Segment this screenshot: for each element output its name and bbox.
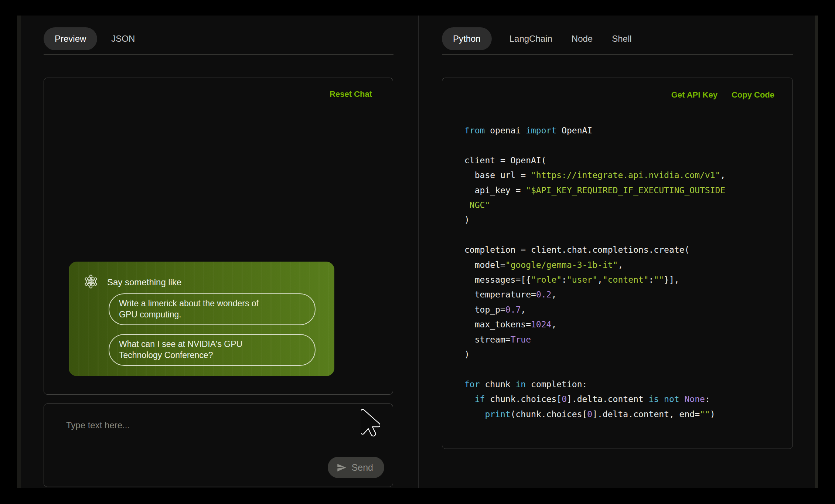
tab-python[interactable]: Python bbox=[442, 27, 492, 50]
tab-langchain[interactable]: LangChain bbox=[508, 27, 554, 50]
send-icon bbox=[337, 463, 347, 473]
code-line: model="google/gemma-3-1b-it", bbox=[464, 258, 725, 272]
molecule-icon bbox=[84, 274, 98, 289]
suggestion-list: Write a limerick about the wonders of GP… bbox=[109, 293, 316, 366]
code-line: base_url = "https://integrate.api.nvidia… bbox=[464, 168, 725, 183]
code-line: top_p=0.7, bbox=[464, 302, 725, 317]
code-line: print(chunk.choices[0].delta.content, en… bbox=[464, 407, 725, 422]
message-composer: Send bbox=[44, 403, 393, 487]
code-sample-panel: Get API Key Copy Code from openai import… bbox=[442, 78, 793, 449]
playground-screen: PreviewJSON PythonLangChainNodeShell Res… bbox=[0, 0, 835, 504]
code-line: for chunk in completion: bbox=[464, 377, 725, 392]
preview-tab-bar: PreviewJSON bbox=[44, 27, 136, 50]
code-line: stream=True bbox=[464, 332, 725, 347]
reset-chat-button[interactable]: Reset Chat bbox=[327, 89, 374, 99]
tab-preview[interactable]: Preview bbox=[44, 27, 97, 50]
code-line: from openai import OpenAI bbox=[464, 123, 725, 138]
bubble-title: Say something like bbox=[107, 277, 181, 287]
suggestion-button-1[interactable]: Write a limerick about the wonders of GP… bbox=[109, 293, 316, 325]
code-line: client = OpenAI( bbox=[464, 153, 725, 168]
code-line: ) bbox=[464, 212, 725, 227]
assistant-message-bubble: Say something like Write a limerick abou… bbox=[69, 262, 334, 376]
preview-tab-divider bbox=[44, 54, 393, 55]
code-line: max_tokens=1024, bbox=[464, 317, 725, 332]
code-line: ) bbox=[464, 347, 725, 362]
right-scrollbar[interactable] bbox=[815, 16, 818, 488]
send-button[interactable]: Send bbox=[328, 457, 384, 478]
tab-shell[interactable]: Shell bbox=[610, 27, 633, 50]
code-line bbox=[464, 228, 725, 242]
content-area: PreviewJSON PythonLangChainNodeShell Res… bbox=[17, 16, 818, 488]
tab-json[interactable]: JSON bbox=[110, 27, 136, 50]
chat-preview-panel: Reset Chat Say something like Wri bbox=[44, 78, 393, 395]
code-panel-links: Get API Key Copy Code bbox=[671, 90, 774, 100]
suggestion-button-2[interactable]: What can I see at NVIDIA's GPU Technolog… bbox=[109, 334, 316, 366]
code-line: if chunk.choices[0].delta.content is not… bbox=[464, 392, 725, 406]
code-line: _NGC" bbox=[464, 198, 725, 212]
code-line: api_key = "$API_KEY_REQUIRED_IF_EXECUTIN… bbox=[464, 183, 725, 198]
code-line bbox=[464, 362, 725, 377]
language-tab-bar: PythonLangChainNodeShell bbox=[442, 27, 633, 50]
chat-input[interactable] bbox=[65, 419, 311, 469]
send-label: Send bbox=[352, 462, 373, 473]
tab-node[interactable]: Node bbox=[570, 27, 594, 50]
code-block: from openai import OpenAI client = OpenA… bbox=[464, 123, 725, 422]
code-line bbox=[464, 138, 725, 153]
code-line: completion = client.chat.completions.cre… bbox=[464, 242, 725, 257]
column-divider bbox=[418, 16, 419, 488]
copy-code-link[interactable]: Copy Code bbox=[732, 90, 774, 100]
code-line: temperature=0.2, bbox=[464, 287, 725, 302]
code-line: messages=[{"role":"user","content":""}], bbox=[464, 272, 725, 287]
language-tab-divider bbox=[442, 54, 793, 55]
get-api-key-link[interactable]: Get API Key bbox=[671, 90, 718, 100]
left-scrollbar[interactable] bbox=[17, 16, 21, 488]
